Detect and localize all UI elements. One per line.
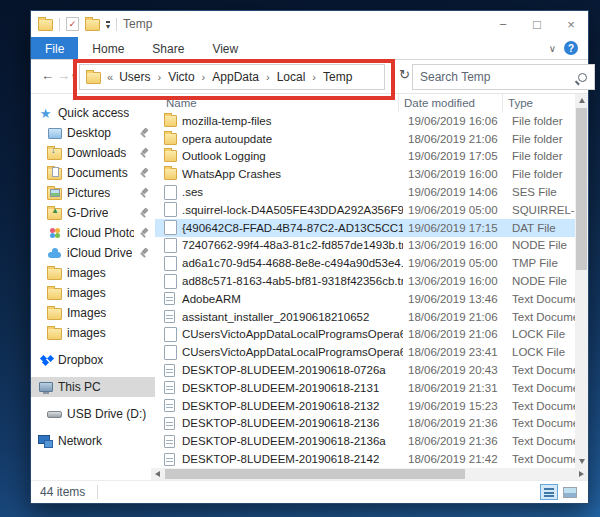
file-date-modified: 18/06/2019 21:31 — [403, 382, 507, 394]
file-date-modified: 18/06/2019 21:06 — [403, 328, 507, 340]
sidebar-item-g-drive[interactable]: ▲G-Drive — [31, 203, 155, 223]
this-pc-icon — [38, 380, 53, 394]
file-row[interactable]: ad6a1c70-9d54-4688-8e8e-c494a90d53e4.tmp… — [155, 254, 575, 272]
new-folder-icon[interactable] — [85, 17, 100, 31]
file-type: SQUIRREL-LOCK — [507, 204, 575, 216]
sidebar-item-images[interactable]: Images — [31, 303, 155, 323]
file-row[interactable]: DESKTOP-8LUDEEM-20190618-213618/06/2019 … — [155, 415, 575, 433]
column-header-date-modified[interactable]: Date modified — [399, 94, 503, 112]
file-row[interactable]: ad88c571-8163-4ab5-bf81-9318f42356cb.tmp… — [155, 272, 575, 290]
breadcrumb-item-local[interactable]: Local — [277, 70, 306, 84]
column-header-name[interactable]: Name — [155, 94, 399, 112]
file-row[interactable]: AdobeARM19/06/2019 13:46Text Document — [155, 290, 575, 308]
maximize-button[interactable]: □ — [520, 11, 554, 37]
minimize-button[interactable]: − — [486, 11, 520, 37]
scroll-right-icon[interactable] — [575, 468, 588, 480]
sidebar-item-images[interactable]: images — [31, 323, 155, 343]
sidebar-item-documents[interactable]: Documents — [31, 163, 155, 183]
file-row[interactable]: DESKTOP-8LUDEEM-20190618-213118/06/2019 … — [155, 379, 575, 397]
details-view-button[interactable] — [540, 484, 558, 500]
scroll-left-icon[interactable] — [151, 468, 164, 480]
scroll-down-icon[interactable] — [575, 455, 588, 468]
file-row[interactable]: mozilla-temp-files19/06/2019 16:06File f… — [155, 112, 575, 130]
horizontal-scrollbar-thumb[interactable] — [165, 469, 465, 479]
file-row[interactable]: Outlook Logging19/06/2019 17:05File fold… — [155, 148, 575, 166]
file-row[interactable]: DESKTOP-8LUDEEM-20190618-2136a18/06/2019… — [155, 432, 575, 450]
sidebar-item-icloud-drive[interactable]: iCloud Drive — [31, 243, 155, 263]
ribbon-collapse-icon[interactable]: ∨ — [549, 43, 556, 54]
file-row[interactable]: .ses19/06/2019 14:06SES File — [155, 183, 575, 201]
file-icon — [164, 185, 177, 200]
tab-home[interactable]: Home — [78, 37, 138, 59]
search-placeholder: Search Temp — [420, 70, 490, 84]
sidebar-item-dropbox[interactable]: Dropbox — [31, 350, 155, 370]
sidebar-item-images[interactable]: images — [31, 263, 155, 283]
scroll-up-icon[interactable] — [575, 94, 588, 107]
address-bar[interactable]: « Users›Victo›AppData›Local›Temp — [79, 64, 385, 90]
sidebar-item-icloud-photos[interactable]: iCloud Photos — [31, 223, 155, 243]
file-row[interactable]: assistant_installer_2019061821065218/06/… — [155, 308, 575, 326]
sidebar-item-quick-access[interactable]: Quick access — [31, 103, 155, 123]
file-row[interactable]: .squirrel-lock-D4A505FE43DDA292A356F9F43… — [155, 201, 575, 219]
crumb-separator-icon[interactable]: › — [201, 71, 207, 83]
file-type: Text Document — [507, 400, 575, 412]
folder-shape — [47, 328, 62, 340]
sidebar-item-usb-drive-d[interactable]: USB Drive (D:) — [31, 404, 155, 424]
large-icons-view-button[interactable] — [561, 484, 579, 500]
help-icon[interactable]: ? — [564, 41, 578, 55]
sidebar-item-images[interactable]: images — [31, 283, 155, 303]
file-row[interactable]: CUsersVictoAppDataLocalProgramsOpera60.0… — [155, 343, 575, 361]
recent-locations-icon[interactable]: ∨ — [71, 72, 77, 81]
search-input[interactable]: Search Temp — [412, 64, 595, 90]
crumb-overflow-icon[interactable]: « — [106, 71, 114, 83]
folder-icon — [47, 266, 62, 280]
file-row[interactable]: WhatsApp Crashes13/06/2019 16:00File fol… — [155, 165, 575, 183]
quick-access-toolbar-caret-icon[interactable]: ▾ — [106, 21, 110, 29]
search-icon[interactable] — [578, 73, 587, 82]
sidebar-item-label: Desktop — [67, 126, 111, 140]
file-row[interactable]: opera autoupdate18/06/2019 21:06File fol… — [155, 130, 575, 148]
file-row[interactable]: CUsersVictoAppDataLocalProgramsOpera60.0… — [155, 326, 575, 344]
breadcrumb-item-victo[interactable]: Victo — [168, 70, 194, 84]
sidebar-item-desktop[interactable]: Desktop — [31, 123, 155, 143]
tab-view[interactable]: View — [198, 37, 252, 59]
file-icon — [164, 220, 177, 235]
close-button[interactable]: × — [554, 11, 588, 37]
file-row[interactable]: {490642C8-FFAD-4B74-87C2-AD13C5CC1D22} .… — [155, 219, 575, 237]
file-row[interactable]: 72407662-99f4-48a3-81c2-fd857de1493b.tmp… — [155, 237, 575, 255]
vertical-scrollbar[interactable] — [575, 94, 588, 468]
file-date-modified: 19/06/2019 17:15 — [403, 222, 507, 234]
divider — [59, 18, 60, 31]
file-row[interactable]: DESKTOP-8LUDEEM-20190618-214218/06/2019 … — [155, 450, 575, 468]
desktop-background: ✓ ▾ Temp − □ × FileHomeShareView ∨ ? ← →… — [0, 0, 600, 517]
file-icon-cell — [155, 453, 177, 466]
horizontal-scrollbar[interactable] — [151, 468, 588, 480]
sidebar-item-downloads[interactable]: ↓Downloads — [31, 143, 155, 163]
refresh-icon[interactable]: ↻ — [399, 67, 410, 82]
tab-file[interactable]: File — [31, 37, 78, 59]
breadcrumb-item-users[interactable]: Users — [119, 70, 150, 84]
properties-check-icon[interactable]: ✓ — [66, 17, 79, 31]
file-type: File folder — [507, 168, 575, 180]
crumb-separator-icon[interactable]: › — [311, 71, 317, 83]
file-row[interactable]: DESKTOP-8LUDEEM-20190618-0726a18/06/2019… — [155, 361, 575, 379]
breadcrumb-item-appdata[interactable]: AppData — [212, 70, 259, 84]
file-icon-cell — [155, 310, 177, 323]
file-icon — [164, 256, 177, 271]
tab-share[interactable]: Share — [138, 37, 198, 59]
text-file-icon — [164, 399, 175, 412]
file-icon-cell — [155, 399, 177, 412]
file-row[interactable]: DESKTOP-8LUDEEM-20190618-213219/06/2019 … — [155, 397, 575, 415]
crumb-separator-icon[interactable]: › — [156, 71, 162, 83]
address-dropdown-icon[interactable]: ∨ — [390, 72, 396, 81]
sidebar-item-network[interactable]: Network — [31, 431, 155, 451]
breadcrumb-item-temp[interactable]: Temp — [323, 70, 352, 84]
sidebar-item-pictures[interactable]: Pictures — [31, 183, 155, 203]
crumb-separator-icon[interactable]: › — [265, 71, 271, 83]
file-icon-cell — [155, 133, 177, 145]
desktop-icon — [47, 126, 62, 140]
back-icon[interactable]: ← — [41, 68, 54, 83]
file-icon-cell — [155, 274, 177, 289]
sidebar-item-this-pc[interactable]: This PC — [31, 377, 155, 397]
vertical-scrollbar-thumb[interactable] — [576, 108, 587, 270]
